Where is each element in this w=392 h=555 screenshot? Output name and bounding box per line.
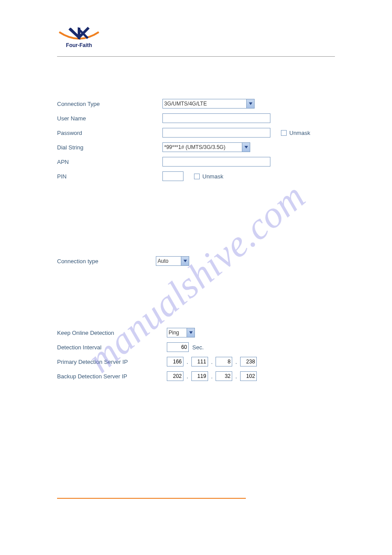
pin-unmask-label: Unmask (202, 173, 223, 180)
detection-interval-input[interactable] (167, 342, 189, 352)
ip-dot: . (235, 373, 237, 380)
primary-ip-octet-3[interactable] (216, 357, 232, 366)
primary-ip-octet-4[interactable] (240, 357, 257, 366)
pin-unmask-checkbox[interactable] (194, 174, 200, 179)
ip-dot: . (186, 373, 189, 380)
keep-online-select[interactable]: Ping (167, 328, 195, 337)
dial-string-value: *99***1# (UMTS/3G/3.5G) (164, 144, 225, 150)
backup-ip-octet-3[interactable] (216, 371, 232, 381)
connection-type2-value: Auto (158, 258, 169, 264)
footer-rule (57, 498, 246, 499)
apn-label: APN (57, 159, 162, 165)
user-name-input[interactable] (162, 113, 270, 123)
keep-online-value: Ping (169, 330, 179, 336)
ip-dot: . (235, 359, 237, 365)
keep-online-label: Keep Online Detection (57, 330, 167, 336)
password-input[interactable] (162, 128, 270, 138)
backup-ip-octet-1[interactable] (167, 371, 183, 381)
apn-input[interactable] (162, 157, 270, 167)
connection-type2-label: Connection type (57, 258, 156, 265)
detection-interval-label: Detection Interval (57, 344, 167, 351)
ip-dot: . (211, 359, 213, 365)
svg-marker-5 (189, 331, 193, 334)
svg-marker-3 (245, 146, 248, 149)
pin-input[interactable] (162, 171, 183, 181)
primary-ip-octet-1[interactable] (167, 357, 183, 366)
backup-ip-label: Backup Detection Server IP (57, 373, 167, 380)
primary-ip-octet-2[interactable] (191, 357, 208, 366)
chevron-down-icon (242, 143, 250, 152)
connection-type-value: 3G/UMTS/4G/LTE (164, 101, 207, 107)
connection-type-label: Connection Type (57, 101, 162, 107)
chevron-down-icon (181, 257, 189, 265)
password-unmask-checkbox[interactable] (281, 130, 287, 136)
connection-type2-select[interactable]: Auto (156, 256, 189, 266)
chevron-down-icon (246, 99, 254, 108)
backup-ip-octet-2[interactable] (191, 371, 208, 381)
ip-dot: . (211, 373, 213, 380)
backup-ip-octet-4[interactable] (240, 371, 257, 381)
svg-text:Four-Faith: Four-Faith (66, 42, 92, 48)
connection-type-select[interactable]: 3G/UMTS/4G/LTE (162, 99, 255, 109)
primary-ip-label: Primary Detection Server IP (57, 359, 167, 365)
password-label: Password (57, 130, 162, 136)
dial-string-select[interactable]: *99***1# (UMTS/3G/3.5G) (162, 142, 250, 152)
brand-logo-icon: Four-Faith (57, 24, 101, 51)
logo-area: Four-Faith (57, 24, 335, 57)
detection-interval-unit: Sec. (192, 344, 204, 351)
user-name-label: User Name (57, 115, 162, 122)
svg-marker-2 (249, 102, 252, 105)
svg-marker-4 (183, 260, 187, 262)
password-unmask-label: Unmask (289, 130, 310, 136)
ip-dot: . (186, 359, 189, 365)
pin-label: PIN (57, 173, 162, 180)
chevron-down-icon (187, 328, 194, 337)
dial-string-label: Dial String (57, 144, 162, 151)
